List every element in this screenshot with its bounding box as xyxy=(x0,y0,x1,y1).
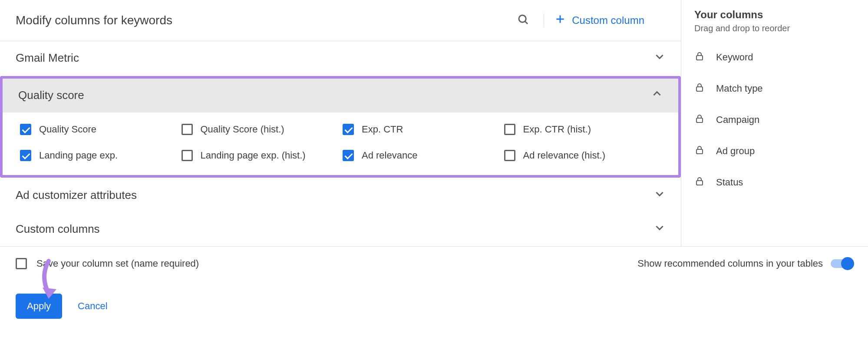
option-checkbox[interactable] xyxy=(504,150,515,161)
column-option[interactable]: Landing page exp. (hist.) xyxy=(182,150,339,161)
lock-icon xyxy=(694,176,705,189)
save-set-checkbox[interactable] xyxy=(16,258,27,269)
sidebar-subtitle: Drag and drop to reorder xyxy=(694,23,855,33)
quality-score-options: Quality ScoreQuality Score (hist.)Exp. C… xyxy=(3,112,678,175)
svg-rect-8 xyxy=(696,181,703,185)
sidebar-title: Your columns xyxy=(694,9,855,21)
footer: Save your column set (name required) App… xyxy=(0,246,868,336)
category-label: Quality score xyxy=(18,89,651,102)
page-title: Modify columns for keywords xyxy=(16,13,513,27)
column-option[interactable]: Quality Score xyxy=(20,124,177,135)
search-icon[interactable] xyxy=(513,10,533,31)
svg-rect-6 xyxy=(696,118,703,122)
column-option[interactable]: Ad relevance (hist.) xyxy=(504,150,661,161)
chevron-up-icon xyxy=(651,88,663,102)
sidebar-item[interactable]: Match type xyxy=(694,82,855,95)
category-label: Ad customizer attributes xyxy=(16,188,654,202)
option-label: Ad relevance (hist.) xyxy=(523,150,606,161)
your-columns-sidebar: Your columns Drag and drop to reorder Ke… xyxy=(681,0,868,246)
sidebar-item-label: Match type xyxy=(716,83,763,94)
option-label: Quality Score (hist.) xyxy=(201,124,284,135)
column-option[interactable]: Quality Score (hist.) xyxy=(182,124,339,135)
lock-icon xyxy=(694,51,705,64)
column-option[interactable]: Exp. CTR xyxy=(343,124,500,135)
option-checkbox[interactable] xyxy=(182,124,193,135)
apply-label: Apply xyxy=(27,301,51,311)
option-checkbox[interactable] xyxy=(504,124,515,135)
sidebar-item[interactable]: Campaign xyxy=(694,113,855,126)
category-label: Gmail Metric xyxy=(16,51,654,65)
category-label: Custom columns xyxy=(16,222,654,236)
chevron-down-icon xyxy=(654,222,665,236)
lock-icon xyxy=(694,82,705,95)
option-checkbox[interactable] xyxy=(182,150,193,161)
lock-icon xyxy=(694,145,705,158)
cancel-button[interactable]: Cancel xyxy=(78,301,107,312)
apply-button[interactable]: Apply xyxy=(16,294,62,319)
chevron-down-icon xyxy=(654,51,665,65)
option-label: Exp. CTR (hist.) xyxy=(523,124,591,135)
sidebar-item-label: Status xyxy=(716,177,743,188)
save-set-label: Save your column set (name required) xyxy=(36,258,199,269)
column-option[interactable]: Exp. CTR (hist.) xyxy=(504,124,661,135)
sidebar-item[interactable]: Ad group xyxy=(694,145,855,158)
category-quality-score[interactable]: Quality score xyxy=(3,79,678,112)
quality-score-highlight: Quality score Quality ScoreQuality Score… xyxy=(0,76,681,178)
svg-line-1 xyxy=(525,21,528,24)
option-label: Ad relevance xyxy=(362,150,417,161)
sidebar-list: Keyword Match type Campaign Ad group xyxy=(694,51,855,189)
sidebar-item-label: Ad group xyxy=(716,145,755,157)
column-option[interactable]: Ad relevance xyxy=(343,150,500,161)
custom-column-button[interactable]: Custom column xyxy=(554,13,665,27)
svg-point-0 xyxy=(519,15,526,22)
category-custom-columns[interactable]: Custom columns xyxy=(0,212,681,246)
category-ad-customizer[interactable]: Ad customizer attributes xyxy=(0,178,681,212)
sidebar-item[interactable]: Keyword xyxy=(694,51,855,64)
chevron-down-icon xyxy=(654,188,665,202)
sidebar-item-label: Keyword xyxy=(716,52,753,63)
option-label: Landing page exp. (hist.) xyxy=(201,150,306,161)
header: Modify columns for keywords Custom colum… xyxy=(0,0,681,41)
svg-rect-7 xyxy=(696,149,703,154)
option-checkbox[interactable] xyxy=(343,124,354,135)
divider xyxy=(544,13,544,27)
column-option[interactable]: Landing page exp. xyxy=(20,150,177,161)
recommended-toggle[interactable] xyxy=(831,259,852,268)
option-label: Exp. CTR xyxy=(362,124,403,135)
option-checkbox[interactable] xyxy=(20,150,31,161)
category-gmail-metric[interactable]: Gmail Metric xyxy=(0,41,681,75)
lock-icon xyxy=(694,113,705,126)
recommended-toggle-label: Show recommended columns in your tables xyxy=(637,258,823,269)
option-label: Quality Score xyxy=(39,124,96,135)
option-label: Landing page exp. xyxy=(39,150,118,161)
plus-icon xyxy=(554,13,566,27)
sidebar-item-label: Campaign xyxy=(716,114,759,126)
option-checkbox[interactable] xyxy=(20,124,31,135)
option-checkbox[interactable] xyxy=(343,150,354,161)
custom-column-label: Custom column xyxy=(572,14,644,26)
svg-rect-4 xyxy=(696,56,703,60)
svg-rect-5 xyxy=(696,87,703,91)
sidebar-item[interactable]: Status xyxy=(694,176,855,189)
